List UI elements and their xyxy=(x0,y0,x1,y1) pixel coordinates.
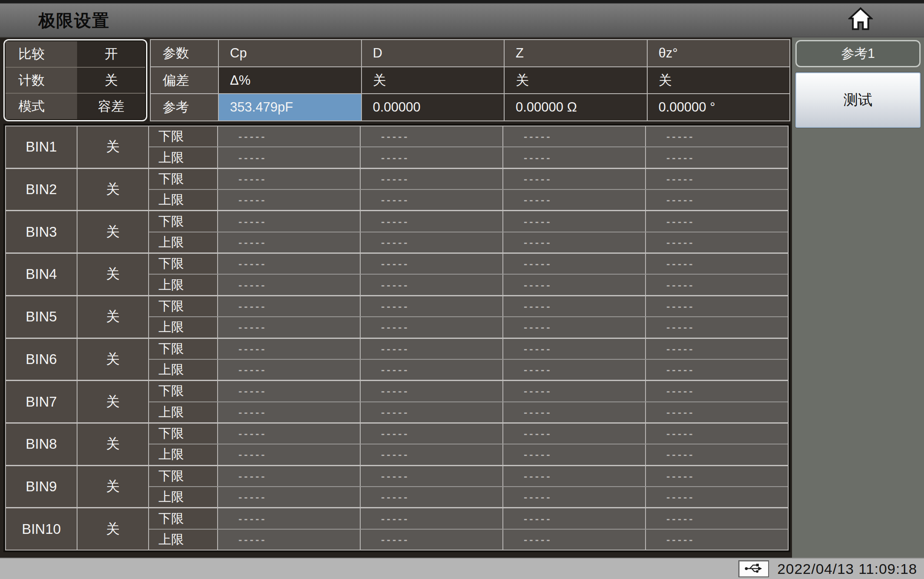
bin-upper-value[interactable]: ----- xyxy=(361,190,503,210)
bin-upper-value[interactable]: ----- xyxy=(503,317,646,337)
bin-lower-value[interactable]: ----- xyxy=(218,169,361,189)
bin-upper-value[interactable]: ----- xyxy=(503,232,646,252)
mode-value[interactable]: 容差 xyxy=(77,94,145,119)
bin-upper-value[interactable]: ----- xyxy=(361,275,503,295)
bin-upper-value[interactable]: ----- xyxy=(503,147,646,167)
bin-upper-value[interactable]: ----- xyxy=(218,487,361,507)
bin-lower-value[interactable]: ----- xyxy=(218,339,361,359)
param-header-theta[interactable]: θz° xyxy=(648,40,790,66)
bin-lower-value[interactable]: ----- xyxy=(218,296,361,316)
bin-upper-value[interactable]: ----- xyxy=(218,530,361,550)
bin-upper-value[interactable]: ----- xyxy=(503,402,646,422)
deviation-cell-d[interactable]: 关 xyxy=(362,67,505,94)
bin-upper-value[interactable]: ----- xyxy=(361,487,503,507)
bin-lower-value[interactable]: ----- xyxy=(218,211,361,231)
bin-status[interactable]: 关 xyxy=(77,126,149,168)
bin-lower-value[interactable]: ----- xyxy=(503,508,646,528)
compare-value[interactable]: 开 xyxy=(77,41,145,67)
reference-cell-cp-highlighted[interactable]: 353.479pF xyxy=(219,94,362,120)
bin-lower-value[interactable]: ----- xyxy=(361,211,503,231)
bin-lower-value[interactable]: ----- xyxy=(361,254,503,274)
bin-status[interactable]: 关 xyxy=(77,424,149,465)
bin-upper-value[interactable]: ----- xyxy=(503,190,646,210)
bin-upper-value[interactable]: ----- xyxy=(503,444,646,464)
bin-lower-value[interactable]: ----- xyxy=(646,381,788,401)
bin-status[interactable]: 关 xyxy=(77,381,149,422)
count-value[interactable]: 关 xyxy=(77,68,145,93)
bin-lower-value[interactable]: ----- xyxy=(361,126,503,146)
bin-upper-value[interactable]: ----- xyxy=(361,530,503,550)
bin-upper-value[interactable]: ----- xyxy=(503,275,646,295)
bin-status[interactable]: 关 xyxy=(77,508,149,550)
bin-lower-value[interactable]: ----- xyxy=(503,339,646,359)
bin-lower-value[interactable]: ----- xyxy=(646,508,788,528)
bin-upper-value[interactable]: ----- xyxy=(503,487,646,507)
bin-upper-value[interactable]: ----- xyxy=(646,530,788,550)
bin-lower-value[interactable]: ----- xyxy=(361,381,503,401)
bin-status[interactable]: 关 xyxy=(77,296,149,338)
bin-upper-value[interactable]: ----- xyxy=(361,444,503,464)
bin-upper-value[interactable]: ----- xyxy=(218,190,361,210)
deviation-cell-theta[interactable]: 关 xyxy=(648,67,790,94)
bin-upper-value[interactable]: ----- xyxy=(218,444,361,464)
bin-upper-value[interactable]: ----- xyxy=(646,275,788,295)
bin-status[interactable]: 关 xyxy=(77,254,149,295)
reference-cell-d[interactable]: 0.00000 xyxy=(362,94,505,120)
reference-cell-theta[interactable]: 0.00000 ° xyxy=(648,94,790,120)
bin-upper-value[interactable]: ----- xyxy=(646,487,788,507)
bin-upper-value[interactable]: ----- xyxy=(218,275,361,295)
bin-lower-value[interactable]: ----- xyxy=(646,126,788,146)
bin-upper-value[interactable]: ----- xyxy=(646,317,788,337)
bin-upper-value[interactable]: ----- xyxy=(503,360,646,380)
reference-cell-z[interactable]: 0.00000 Ω xyxy=(505,94,648,120)
bin-upper-value[interactable]: ----- xyxy=(646,190,788,210)
bin-upper-value[interactable]: ----- xyxy=(646,444,788,464)
bin-lower-value[interactable]: ----- xyxy=(646,169,788,189)
bin-lower-value[interactable]: ----- xyxy=(646,296,788,316)
bin-lower-value[interactable]: ----- xyxy=(361,466,503,486)
bin-upper-value[interactable]: ----- xyxy=(361,232,503,252)
bin-upper-value[interactable]: ----- xyxy=(646,360,788,380)
bin-upper-value[interactable]: ----- xyxy=(218,317,361,337)
bin-lower-value[interactable]: ----- xyxy=(218,381,361,401)
bin-lower-value[interactable]: ----- xyxy=(646,339,788,359)
bin-lower-value[interactable]: ----- xyxy=(218,424,361,444)
param-header-z[interactable]: Z xyxy=(505,40,648,66)
bin-upper-value[interactable]: ----- xyxy=(218,232,361,252)
bin-lower-value[interactable]: ----- xyxy=(361,424,503,444)
bin-lower-value[interactable]: ----- xyxy=(218,254,361,274)
bin-upper-value[interactable]: ----- xyxy=(646,402,788,422)
bin-lower-value[interactable]: ----- xyxy=(503,126,646,146)
bin-lower-value[interactable]: ----- xyxy=(503,296,646,316)
bin-lower-value[interactable]: ----- xyxy=(646,211,788,231)
bin-lower-value[interactable]: ----- xyxy=(503,254,646,274)
bin-upper-value[interactable]: ----- xyxy=(361,317,503,337)
test-button[interactable]: 测试 xyxy=(795,72,921,128)
bin-upper-value[interactable]: ----- xyxy=(503,530,646,550)
bin-upper-value[interactable]: ----- xyxy=(646,232,788,252)
bin-upper-value[interactable]: ----- xyxy=(361,147,503,167)
reference-page-button[interactable]: 参考1 xyxy=(795,40,921,67)
bin-status[interactable]: 关 xyxy=(77,466,149,507)
bin-lower-value[interactable]: ----- xyxy=(646,424,788,444)
bin-status[interactable]: 关 xyxy=(77,211,149,252)
bin-lower-value[interactable]: ----- xyxy=(646,466,788,486)
bin-lower-value[interactable]: ----- xyxy=(646,254,788,274)
bin-lower-value[interactable]: ----- xyxy=(503,169,646,189)
bin-upper-value[interactable]: ----- xyxy=(361,360,503,380)
bin-lower-value[interactable]: ----- xyxy=(503,381,646,401)
bin-upper-value[interactable]: ----- xyxy=(218,147,361,167)
param-header-d[interactable]: D xyxy=(362,40,505,66)
home-button[interactable] xyxy=(847,7,874,33)
bin-lower-value[interactable]: ----- xyxy=(503,424,646,444)
deviation-cell-z[interactable]: 关 xyxy=(505,67,648,94)
bin-lower-value[interactable]: ----- xyxy=(218,126,361,146)
param-header-cp[interactable]: Cp xyxy=(219,40,362,66)
bin-lower-value[interactable]: ----- xyxy=(361,339,503,359)
bin-status[interactable]: 关 xyxy=(77,169,149,210)
bin-lower-value[interactable]: ----- xyxy=(361,508,503,528)
bin-upper-value[interactable]: ----- xyxy=(646,147,788,167)
bin-upper-value[interactable]: ----- xyxy=(361,402,503,422)
bin-lower-value[interactable]: ----- xyxy=(361,169,503,189)
deviation-cell-cp[interactable]: Δ% xyxy=(219,67,362,94)
